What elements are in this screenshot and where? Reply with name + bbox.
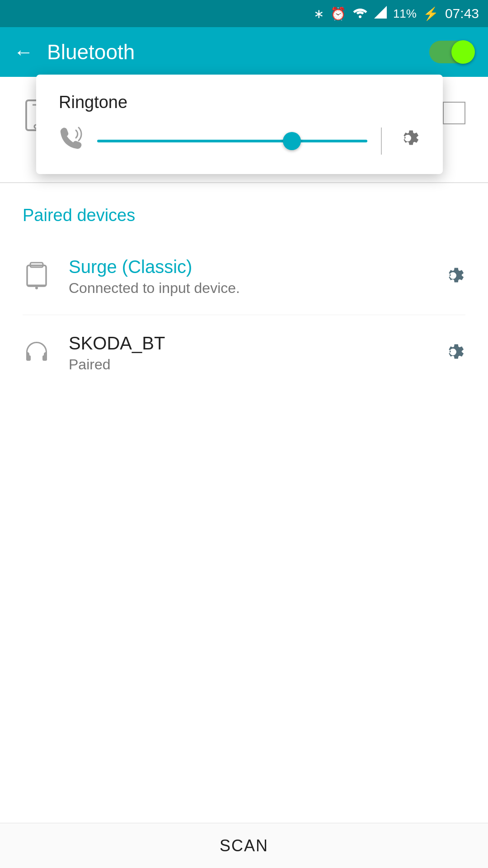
ringtone-controls bbox=[59, 126, 420, 156]
svg-marker-1 bbox=[374, 6, 387, 19]
scan-button[interactable]: SCAN bbox=[220, 836, 268, 855]
toggle-knob bbox=[451, 40, 475, 64]
ringtone-settings-icon[interactable] bbox=[395, 126, 420, 156]
header-left: ← Bluetooth bbox=[14, 40, 135, 64]
svg-point-8 bbox=[35, 287, 38, 289]
skoda-info: SKODA_BT Paired bbox=[69, 333, 165, 373]
device-item-skoda-left: SKODA_BT Paired bbox=[23, 333, 165, 373]
svg-rect-5 bbox=[27, 265, 46, 286]
battery-icon: ⚡ bbox=[423, 6, 439, 21]
wifi-status-icon bbox=[352, 6, 368, 22]
surge-settings-icon[interactable] bbox=[441, 263, 465, 290]
visibility-checkbox[interactable] bbox=[443, 102, 465, 124]
ringtone-popup: Ringtone bbox=[36, 75, 443, 174]
battery-percent: 11% bbox=[393, 7, 417, 21]
svg-rect-9 bbox=[26, 355, 31, 361]
status-icons: ∗ ⏰ 11% ⚡ 07:43 bbox=[314, 6, 479, 22]
skoda-status: Paired bbox=[69, 356, 165, 373]
phone-ring-icon bbox=[59, 126, 84, 156]
device-item-surge-left: Surge (Classic) Connected to input devic… bbox=[23, 257, 240, 297]
surge-status: Connected to input device. bbox=[69, 280, 240, 297]
back-button[interactable]: ← bbox=[14, 41, 33, 63]
slider-thumb bbox=[283, 132, 301, 150]
skoda-device-icon bbox=[23, 338, 51, 368]
surge-name: Surge (Classic) bbox=[69, 257, 240, 277]
surge-device-icon bbox=[23, 262, 51, 292]
skoda-name: SKODA_BT bbox=[69, 333, 165, 354]
status-bar: ∗ ⏰ 11% ⚡ 07:43 bbox=[0, 0, 488, 27]
surge-info: Surge (Classic) Connected to input devic… bbox=[69, 257, 240, 297]
device-item-surge[interactable]: Surge (Classic) Connected to input devic… bbox=[23, 239, 465, 315]
ringtone-popup-title: Ringtone bbox=[59, 93, 420, 112]
skoda-settings-icon[interactable] bbox=[441, 340, 465, 366]
page-title: Bluetooth bbox=[47, 40, 135, 64]
device-item-skoda[interactable]: SKODA_BT Paired bbox=[23, 315, 465, 391]
svg-point-0 bbox=[359, 15, 361, 18]
paired-devices-section: Paired devices Surge (Classic) Connected… bbox=[0, 183, 488, 405]
bluetooth-status-icon: ∗ bbox=[314, 6, 324, 21]
paired-devices-title: Paired devices bbox=[23, 206, 465, 225]
bottom-bar: SCAN bbox=[0, 823, 488, 868]
svg-rect-10 bbox=[42, 355, 47, 361]
status-time: 07:43 bbox=[445, 6, 479, 21]
header: ← Bluetooth bbox=[0, 27, 488, 77]
bluetooth-toggle[interactable] bbox=[429, 41, 474, 63]
alarm-status-icon: ⏰ bbox=[330, 6, 346, 21]
slider-track bbox=[97, 140, 367, 142]
signal-status-icon bbox=[374, 6, 387, 22]
volume-slider[interactable] bbox=[97, 130, 367, 152]
popup-divider bbox=[381, 127, 382, 155]
